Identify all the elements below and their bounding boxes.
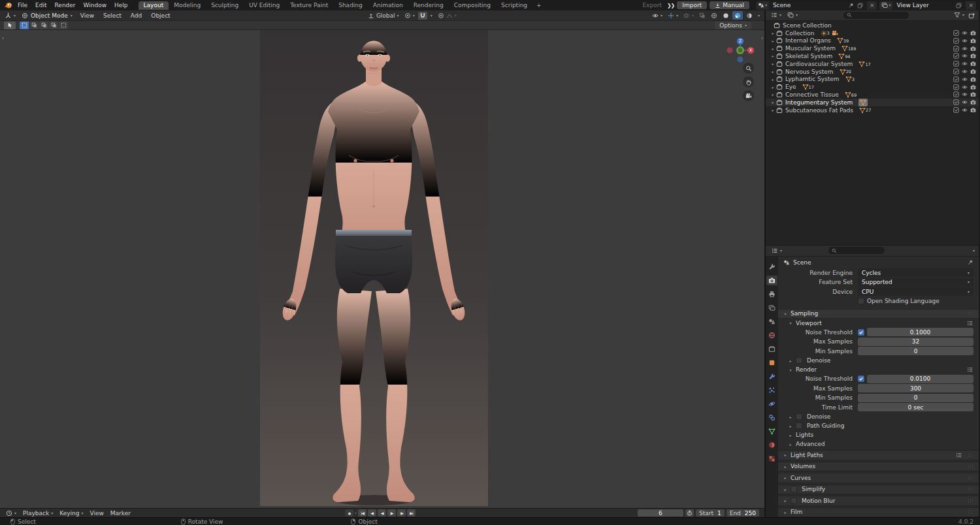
options-button[interactable]: Options ▾ — [715, 22, 751, 29]
shading-dropdown[interactable]: ▾ — [758, 14, 760, 18]
shading-material-button[interactable] — [732, 11, 743, 20]
viewport-canvas[interactable]: › ‹ Z X — [0, 30, 764, 508]
new-collection-button[interactable] — [968, 12, 975, 19]
tab-render[interactable] — [766, 276, 777, 285]
render-noise-threshold-checkbox[interactable] — [858, 375, 864, 382]
outliner-row-muscular-system[interactable]: ▸ Muscular System 189 — [766, 44, 979, 52]
tab-particles[interactable] — [766, 385, 777, 395]
tab-object[interactable] — [766, 358, 777, 368]
disable-render-icon[interactable] — [970, 30, 976, 36]
exclude-checkbox[interactable] — [953, 107, 959, 113]
outliner-filter-button[interactable]: ▾ — [952, 12, 966, 18]
menu-file[interactable]: File — [14, 2, 31, 8]
editor-type-button[interactable]: ▾ — [3, 12, 18, 19]
view-menu[interactable]: View — [86, 510, 106, 517]
prev-keyframe-button[interactable]: ◀· — [368, 509, 376, 517]
panel-grip[interactable] — [968, 510, 973, 514]
exclude-checkbox[interactable] — [953, 30, 959, 36]
menu-window[interactable]: Window — [80, 2, 111, 8]
show-overlays-toggle[interactable]: ▾ — [681, 12, 696, 19]
exclude-checkbox[interactable] — [953, 99, 959, 105]
device-dropdown[interactable]: CPU ▾ — [858, 287, 973, 296]
tab-sculpting[interactable]: Sculpting — [206, 1, 244, 10]
panel-grip[interactable] — [968, 453, 973, 457]
tab-material[interactable] — [766, 440, 777, 450]
viewport-noise-threshold-field[interactable]: 0.1000 — [867, 328, 973, 336]
tab-layout[interactable]: Layout — [139, 1, 169, 10]
disable-render-icon[interactable] — [970, 107, 976, 113]
mesh-data-icon-selected[interactable] — [858, 99, 868, 106]
use-preview-range-button[interactable] — [685, 509, 694, 517]
select-extend-button[interactable] — [29, 22, 39, 29]
proportional-edit-toggle[interactable]: ▾ — [436, 12, 459, 19]
sidebar-collapse-arrow[interactable]: ‹ — [761, 35, 763, 41]
disable-render-icon[interactable] — [970, 61, 976, 67]
hide-eye-icon[interactable] — [962, 38, 968, 44]
preset-icon[interactable] — [967, 366, 973, 373]
hide-eye-icon[interactable] — [962, 91, 968, 97]
outliner-row-eye[interactable]: ▸ Eye 17 — [766, 83, 979, 91]
snap-settings-dropdown[interactable]: ▾ — [429, 14, 434, 18]
exclude-checkbox[interactable] — [953, 46, 959, 52]
jump-to-end-button[interactable]: ▶| — [407, 509, 416, 517]
show-gizmo-toggle[interactable]: ▾ — [666, 12, 680, 19]
outliner-search-input[interactable] — [843, 12, 909, 19]
disable-render-icon[interactable] — [970, 46, 976, 52]
toolbar-expand-arrow[interactable]: › — [2, 35, 4, 41]
menu-edit[interactable]: Edit — [31, 2, 50, 8]
marker-menu[interactable]: Marker — [107, 510, 134, 517]
disable-render-icon[interactable] — [970, 76, 976, 82]
properties-search-input[interactable] — [828, 247, 885, 254]
select-intersect-button[interactable] — [59, 22, 68, 29]
manual-button[interactable]: Manual — [710, 1, 749, 9]
hide-eye-icon[interactable] — [962, 76, 968, 82]
disable-render-icon[interactable] — [970, 91, 976, 97]
add-workspace-button[interactable]: + — [532, 2, 546, 8]
tab-tool[interactable] — [766, 262, 777, 272]
tab-animation[interactable]: Animation — [368, 1, 408, 10]
hide-eye-icon[interactable] — [962, 46, 968, 52]
falloff-curve-icon[interactable] — [446, 12, 453, 19]
active-tool-button[interactable] — [4, 22, 16, 29]
menu-help[interactable]: Help — [110, 2, 132, 8]
view-layer-browse-button[interactable]: ▾ — [879, 2, 892, 8]
outliner-row-cardiovascular-system[interactable]: ▸ Cardiovascular System 17 — [766, 60, 979, 68]
shading-solid-button[interactable] — [721, 11, 731, 20]
shading-wireframe-button[interactable] — [709, 11, 719, 20]
tab-shading[interactable]: Shading — [333, 1, 368, 10]
next-keyframe-button[interactable]: ·▶ — [397, 509, 406, 517]
sampling-render-subpanel[interactable]: ▾ Render — [778, 365, 979, 374]
feature-set-dropdown[interactable]: Supported ▾ — [858, 278, 973, 287]
new-scene-icon[interactable] — [857, 3, 863, 8]
outliner-row-connective-tissue[interactable]: ▸ Connective Tissue 69 — [766, 91, 979, 99]
human-model[interactable] — [260, 30, 488, 506]
jump-to-start-button[interactable]: |◀ — [358, 509, 367, 517]
viewport-min-samples-field[interactable]: 0 — [858, 347, 973, 355]
select-subtract-button[interactable] — [39, 22, 48, 29]
curves-panel[interactable]: ▸ Curves — [778, 473, 979, 483]
select-set-button[interactable] — [20, 22, 29, 29]
play-button[interactable]: ▶ — [387, 509, 396, 517]
tab-object-data[interactable] — [766, 426, 777, 436]
outliner-filter-type-button[interactable]: ▾ — [785, 12, 800, 18]
render-denoise-toggle[interactable]: ▸ Denoise — [778, 412, 979, 421]
motion-blur-checkbox[interactable] — [791, 498, 797, 504]
exclude-checkbox[interactable] — [953, 53, 959, 59]
xray-toggle[interactable] — [697, 12, 708, 19]
export-button[interactable]: Export — [640, 2, 664, 8]
hide-eye-icon[interactable] — [962, 30, 968, 36]
viewport-denoise-checkbox[interactable] — [796, 357, 802, 364]
properties-editor-type-button[interactable]: ▾ — [770, 247, 784, 254]
tab-modeling[interactable]: Modeling — [169, 1, 206, 10]
light-paths-panel[interactable]: ▸ Light Paths — [778, 450, 979, 460]
hide-eye-icon[interactable] — [962, 61, 968, 67]
unlink-scene-button[interactable]: × — [867, 2, 877, 8]
panel-grip[interactable] — [968, 464, 973, 468]
blender-logo-icon[interactable] — [4, 1, 12, 10]
render-min-samples-field[interactable]: 0 — [858, 394, 973, 402]
disable-render-icon[interactable] — [970, 84, 976, 90]
outliner-row-skeletal-system[interactable]: ▸ Skeletal System 94 — [766, 52, 979, 60]
volumes-panel[interactable]: ▸ Volumes — [778, 462, 979, 472]
render-denoise-checkbox[interactable] — [796, 413, 802, 420]
hide-eye-icon[interactable] — [962, 53, 968, 59]
